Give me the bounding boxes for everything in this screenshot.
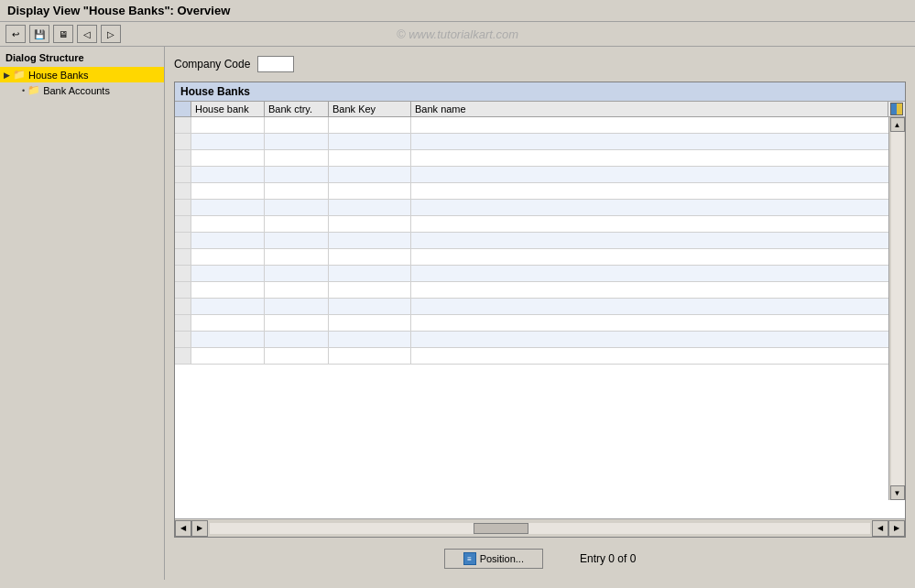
column-chooser-icon-cell[interactable] — [888, 102, 905, 116]
back-icon: ◁ — [83, 29, 91, 39]
row-selector — [175, 200, 191, 215]
undo-icon: ↩ — [12, 29, 19, 39]
table-row — [175, 249, 905, 266]
forward-button[interactable]: ▷ — [101, 25, 121, 43]
table-body-wrapper: ▲ ▼ — [175, 117, 905, 518]
layout-button[interactable]: 🖥 — [53, 25, 73, 43]
table-row — [175, 299, 905, 315]
row-selector — [175, 150, 191, 166]
position-icon: ≡ — [463, 552, 476, 565]
company-code-input[interactable] — [257, 56, 294, 72]
table-row — [175, 348, 905, 365]
watermark: © www.tutorialkart.com — [397, 27, 518, 41]
row-selector — [175, 249, 191, 265]
scroll-left-end-arrow[interactable]: ◀ — [872, 520, 888, 537]
footer: ≡ Position... Entry 0 of 0 — [174, 543, 906, 574]
layout-icon: 🖥 — [59, 29, 68, 39]
scroll-up-arrow[interactable]: ▲ — [890, 117, 905, 132]
row-selector — [175, 134, 191, 149]
scroll-track — [891, 132, 904, 485]
toolbar: ↩ 💾 🖥 ◁ ▷ © www.tutorialkart.com — [0, 22, 915, 47]
table-row — [175, 233, 905, 249]
table-row — [175, 266, 905, 282]
sidebar: Dialog Structure ▶ 📁 House Banks • 📁 Ban… — [0, 47, 165, 580]
table-row — [175, 332, 905, 348]
row-selector — [175, 299, 191, 314]
horizontal-scrollbar: ◀ ▶ ◀ ▶ — [175, 518, 905, 537]
tree-arrow-icon: ▶ — [4, 71, 10, 80]
content-area: Company Code House Banks House bank Bank… — [165, 47, 915, 580]
sidebar-item-label-bank-accounts: Bank Accounts — [43, 85, 110, 96]
table-row — [175, 167, 905, 183]
vertical-scrollbar[interactable]: ▲ ▼ — [888, 117, 905, 500]
table-row — [175, 134, 905, 150]
table-row — [175, 315, 905, 332]
th-house-bank: House bank — [191, 102, 265, 116]
back-button[interactable]: ◁ — [77, 25, 97, 43]
th-bank-name: Bank name — [411, 102, 888, 116]
position-button[interactable]: ≡ Position... — [444, 549, 543, 569]
save-icon: 💾 — [34, 29, 45, 39]
td-bank-name — [411, 117, 905, 133]
sidebar-item-bank-accounts[interactable]: • 📁 Bank Accounts — [0, 82, 164, 98]
table-row — [175, 150, 905, 167]
col-selector-area — [175, 102, 191, 116]
scroll-right-end-arrow[interactable]: ▶ — [888, 520, 905, 537]
main-layout: Dialog Structure ▶ 📁 House Banks • 📁 Ban… — [0, 47, 915, 580]
right-scroll-arrows: ◀ ▶ — [872, 520, 905, 537]
table-row — [175, 183, 905, 200]
td-bank-ctry — [265, 117, 329, 133]
row-selector — [175, 117, 191, 133]
table-row — [175, 216, 905, 233]
position-btn-label: Position... — [480, 553, 524, 564]
sidebar-header: Dialog Structure — [0, 50, 164, 67]
forward-icon: ▷ — [107, 29, 114, 39]
row-selector — [175, 315, 191, 331]
td-bank-key — [329, 117, 411, 133]
dot-icon: • — [22, 86, 25, 95]
table-header-row: House bank Bank ctry. Bank Key Bank name — [175, 102, 905, 117]
save-button[interactable]: 💾 — [29, 25, 49, 43]
company-code-label: Company Code — [174, 58, 250, 71]
td-house-bank — [191, 117, 265, 133]
folder-icon: 📁 — [13, 69, 26, 81]
th-bank-key: Bank Key — [329, 102, 411, 116]
folder-icon-2: 📁 — [27, 84, 40, 96]
grid-settings-icon — [890, 103, 903, 115]
table-row — [175, 117, 905, 134]
sidebar-item-house-banks[interactable]: ▶ 📁 House Banks — [0, 67, 164, 82]
scroll-left-arrow[interactable]: ◀ — [175, 520, 191, 537]
row-selector — [175, 233, 191, 248]
table-body — [175, 117, 905, 496]
row-selector — [175, 348, 191, 364]
undo-button[interactable]: ↩ — [5, 25, 26, 43]
horiz-scroll-track — [210, 523, 870, 534]
scroll-right-arrow[interactable]: ▶ — [191, 520, 208, 537]
th-bank-ctry: Bank ctry. — [265, 102, 329, 116]
row-selector — [175, 266, 191, 281]
scroll-down-arrow[interactable]: ▼ — [890, 485, 905, 500]
row-selector — [175, 183, 191, 199]
table-panel-header: House Banks — [175, 82, 905, 102]
horiz-scroll-thumb — [474, 523, 528, 534]
row-selector — [175, 167, 191, 182]
row-selector — [175, 282, 191, 298]
title-bar: Display View "House Banks": Overview — [0, 0, 915, 22]
house-banks-table-panel: House Banks House bank Bank ctry. Bank K… — [174, 82, 906, 538]
entry-info: Entry 0 of 0 — [580, 552, 636, 565]
page-title: Display View "House Banks": Overview — [7, 4, 230, 17]
sidebar-item-label-house-banks: House Banks — [28, 70, 88, 81]
row-selector — [175, 332, 191, 347]
row-selector — [175, 216, 191, 232]
table-row — [175, 282, 905, 299]
table-row — [175, 200, 905, 216]
company-code-row: Company Code — [174, 52, 906, 76]
